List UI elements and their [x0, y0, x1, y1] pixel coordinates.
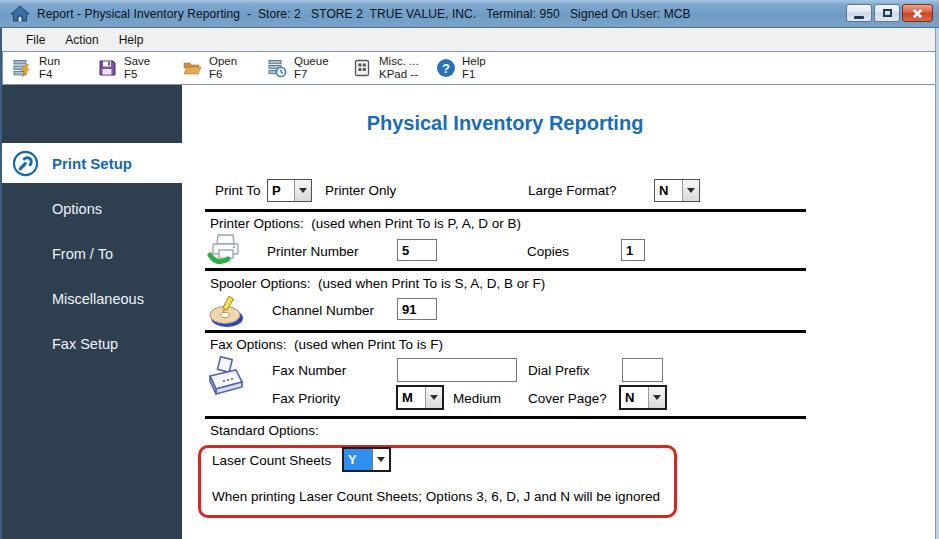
section-divider: [205, 416, 806, 419]
toolbar-key: F7: [294, 68, 329, 81]
section-divider: [205, 330, 806, 333]
home-icon: [10, 5, 30, 22]
save-icon: [97, 58, 117, 78]
maximize-button[interactable]: [874, 4, 900, 22]
large-format-label: Large Format?: [528, 183, 617, 198]
fax-priority-label: Fax Priority: [272, 391, 340, 406]
fax-number-label: Fax Number: [272, 363, 346, 378]
sidebar-item-fax-setup[interactable]: Fax Setup: [52, 336, 118, 356]
print-to-description: Printer Only: [325, 183, 396, 198]
dial-prefix-label: Dial Prefix: [528, 363, 590, 378]
open-folder-icon: [182, 58, 202, 78]
sidebar-item-miscellaneous[interactable]: Miscellaneous: [52, 291, 144, 311]
toolbar-label: Run: [39, 55, 60, 68]
toolbar-run-button[interactable]: Run F4: [3, 52, 88, 84]
printer-number-input[interactable]: [397, 239, 437, 261]
standard-options-header: Standard Options:: [210, 423, 319, 438]
dial-prefix-input[interactable]: [622, 358, 663, 382]
chevron-down-icon[interactable]: [294, 180, 311, 201]
fax-priority-value: M: [398, 387, 425, 408]
menu-help[interactable]: Help: [109, 30, 154, 50]
window-frame-left: [0, 28, 2, 539]
toolbar-key: F4: [39, 68, 60, 81]
minimize-button[interactable]: [846, 4, 872, 22]
fax-number-input[interactable]: [397, 358, 517, 382]
menu-bar: File Action Help: [0, 28, 939, 51]
sidebar-item-options[interactable]: Options: [52, 201, 102, 221]
sidebar: Print Setup Options From / To Miscellane…: [0, 85, 182, 539]
toolbar-misc-button[interactable]: Misc. ... KPad --: [343, 52, 428, 84]
toolbar-open-button[interactable]: Open F6: [173, 52, 258, 84]
cover-page-select[interactable]: N: [619, 385, 667, 410]
laser-count-sheets-value: Y: [344, 449, 372, 470]
toolbar-label: Queue: [294, 55, 329, 68]
run-icon: [12, 58, 32, 78]
print-to-label: Print To: [215, 183, 261, 198]
sidebar-item-label: Print Setup: [52, 155, 132, 172]
toolbar-label: Open: [209, 55, 237, 68]
channel-number-input[interactable]: [397, 298, 437, 320]
chevron-down-icon[interactable]: [682, 180, 699, 201]
chevron-down-icon[interactable]: [425, 387, 442, 408]
cover-page-value: N: [621, 387, 648, 408]
copies-input[interactable]: [621, 239, 645, 261]
toolbar-key: F1: [462, 68, 486, 81]
section-divider: [205, 209, 806, 212]
section-divider: [205, 268, 806, 271]
page-title: Physical Inventory Reporting: [205, 112, 805, 135]
printer-options-header: Printer Options: (used when Print To is …: [210, 216, 521, 231]
spooler-options-header: Spooler Options: (used when Print To is …: [210, 276, 545, 291]
app-window: Report - Physical Inventory Reporting - …: [0, 0, 939, 539]
copies-label: Copies: [527, 244, 569, 259]
menu-action[interactable]: Action: [55, 30, 108, 50]
wrench-icon: [12, 150, 39, 177]
window-title: Report - Physical Inventory Reporting - …: [37, 7, 691, 21]
fax-options-header: Fax Options: (used when Print To is F): [210, 337, 443, 352]
toolbar-key: KPad --: [379, 68, 419, 81]
close-icon: [911, 7, 924, 20]
toolbar-queue-button[interactable]: Queue F7: [258, 52, 343, 84]
laser-count-note: When printing Laser Count Sheets; Option…: [212, 489, 660, 504]
toolbar-key: F5: [124, 68, 150, 81]
maximize-icon: [883, 9, 892, 17]
toolbar: Run F4 Save F5 Open F6: [2, 51, 936, 85]
title-bar: Report - Physical Inventory Reporting - …: [0, 0, 939, 28]
chevron-down-icon[interactable]: [648, 387, 665, 408]
chevron-down-icon[interactable]: [372, 449, 389, 470]
sidebar-item-print-setup[interactable]: Print Setup: [0, 143, 182, 183]
cover-page-label: Cover Page?: [528, 391, 607, 406]
toolbar-label: Help: [462, 55, 486, 68]
toolbar-key: F6: [209, 68, 237, 81]
print-to-value: P: [268, 180, 294, 201]
large-format-value: N: [655, 180, 682, 201]
large-format-select[interactable]: N: [654, 179, 700, 202]
minimize-icon: [854, 16, 864, 19]
window-frame-right: [935, 28, 939, 539]
printer-number-label: Printer Number: [267, 244, 359, 259]
toolbar-help-button[interactable]: Help F1: [428, 52, 513, 84]
laser-count-sheets-select[interactable]: Y: [342, 447, 391, 472]
toolbar-label: Misc. ...: [379, 55, 419, 68]
printer-icon: [207, 232, 245, 269]
keypad-icon: [352, 58, 372, 78]
print-to-select[interactable]: P: [267, 179, 312, 202]
menu-file[interactable]: File: [16, 30, 55, 50]
help-icon: [437, 59, 455, 77]
fax-icon: [202, 355, 248, 399]
queue-icon: [267, 58, 287, 78]
sidebar-item-from-to[interactable]: From / To: [52, 246, 113, 266]
laser-count-sheets-label: Laser Count Sheets: [212, 453, 331, 468]
toolbar-save-button[interactable]: Save F5: [88, 52, 173, 84]
main-content: Physical Inventory Reporting Print To P …: [182, 85, 935, 539]
toolbar-label: Save: [124, 55, 150, 68]
channel-number-label: Channel Number: [272, 303, 374, 318]
close-button[interactable]: [902, 4, 933, 22]
fax-priority-description: Medium: [453, 391, 501, 406]
fax-priority-select[interactable]: M: [396, 385, 444, 410]
spooler-icon: [206, 293, 248, 330]
